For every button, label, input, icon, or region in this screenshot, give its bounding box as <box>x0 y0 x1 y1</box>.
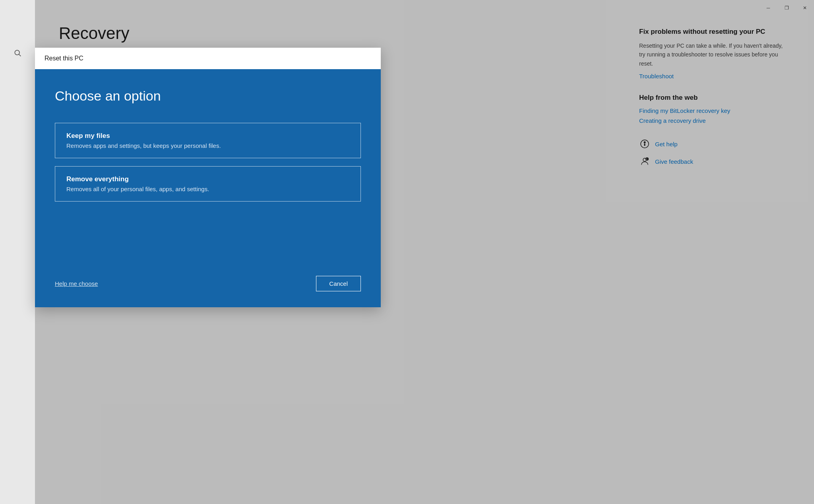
title-bar: ─ ❐ ✕ <box>759 0 814 16</box>
help-me-choose-button[interactable]: Help me choose <box>55 280 98 287</box>
restore-button[interactable]: ❐ <box>777 0 796 16</box>
keep-files-option[interactable]: Keep my files Removes apps and settings,… <box>55 123 361 158</box>
sidebar <box>0 0 35 504</box>
close-button[interactable]: ✕ <box>796 0 814 16</box>
modal-body: Choose an option Keep my files Removes a… <box>35 69 381 276</box>
keep-files-title: Keep my files <box>66 132 349 140</box>
search-icon <box>14 49 21 57</box>
cancel-button[interactable]: Cancel <box>316 276 361 291</box>
remove-everything-title: Remove everything <box>66 175 349 183</box>
remove-everything-desc: Removes all of your personal files, apps… <box>66 186 349 192</box>
modal-title: Reset this PC <box>45 55 83 62</box>
choose-option-title: Choose an option <box>55 88 361 104</box>
svg-point-0 <box>15 50 19 55</box>
keep-files-desc: Removes apps and settings, but keeps you… <box>66 142 349 149</box>
modal-header: Reset this PC <box>35 48 381 69</box>
search-button[interactable] <box>8 43 27 63</box>
remove-everything-option[interactable]: Remove everything Removes all of your pe… <box>55 166 361 202</box>
modal-footer: Help me choose Cancel <box>35 276 381 307</box>
minimize-button[interactable]: ─ <box>759 0 777 16</box>
svg-line-1 <box>19 54 21 56</box>
reset-modal: Reset this PC Choose an option Keep my f… <box>35 48 381 307</box>
